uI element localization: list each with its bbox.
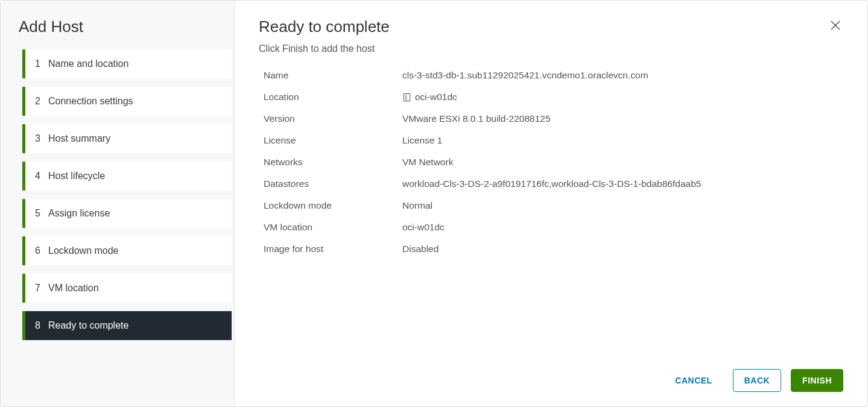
value-location-text: oci-w01dc xyxy=(415,92,457,103)
step-number: 4 xyxy=(35,171,48,181)
label-lockdown: Lockdown mode xyxy=(264,200,396,211)
label-version: Version xyxy=(264,113,396,124)
step-name-and-location[interactable]: 1 Name and location xyxy=(22,49,232,78)
value-lockdown: Normal xyxy=(402,200,843,211)
close-button[interactable] xyxy=(828,17,843,36)
label-image-for-host: Image for host xyxy=(264,244,396,254)
content-title: Ready to complete xyxy=(259,17,390,36)
value-datastores: workload-Cls-3-DS-2-a9f0191716fc,workloa… xyxy=(402,178,843,189)
step-vm-location[interactable]: 7 VM location xyxy=(22,274,232,303)
label-datastores: Datastores xyxy=(264,178,396,189)
step-label: VM location xyxy=(48,283,99,294)
value-name: cls-3-std3-db-1.sub11292025421.vcndemo1.… xyxy=(402,70,843,81)
wizard-sidebar: Add Host 1 Name and location 2 Connectio… xyxy=(1,1,235,406)
label-license: License xyxy=(264,135,396,146)
step-number: 2 xyxy=(35,96,48,107)
label-name: Name xyxy=(264,70,396,81)
label-networks: Networks xyxy=(264,157,396,168)
footer-actions: CANCEL BACK FINISH xyxy=(259,357,843,392)
step-host-summary[interactable]: 3 Host summary xyxy=(22,124,232,153)
value-networks: VM Network xyxy=(402,157,843,168)
step-label: Name and location xyxy=(48,58,128,69)
datacenter-icon xyxy=(402,93,411,102)
value-location: oci-w01dc xyxy=(402,92,843,103)
add-host-wizard: Add Host 1 Name and location 2 Connectio… xyxy=(0,0,868,407)
step-number: 3 xyxy=(35,133,48,144)
value-vm-location: oci-w01dc xyxy=(402,222,843,233)
step-number: 5 xyxy=(35,208,48,219)
step-label: Host summary xyxy=(48,133,110,144)
summary-grid: Name cls-3-std3-db-1.sub11292025421.vcnd… xyxy=(259,70,843,254)
wizard-content: Ready to complete Click Finish to add th… xyxy=(235,1,867,406)
step-number: 1 xyxy=(35,58,48,69)
step-number: 8 xyxy=(35,320,48,331)
wizard-title: Add Host xyxy=(1,17,234,49)
step-label: Assign license xyxy=(48,208,110,219)
label-vm-location: VM location xyxy=(264,222,396,233)
step-host-lifecycle[interactable]: 4 Host lifecycle xyxy=(22,162,232,191)
wizard-step-list: 1 Name and location 2 Connection setting… xyxy=(1,49,234,349)
step-assign-license[interactable]: 5 Assign license xyxy=(22,199,232,228)
step-ready-to-complete[interactable]: 8 Ready to complete xyxy=(22,311,232,340)
step-number: 6 xyxy=(35,245,48,256)
step-label: Ready to complete xyxy=(48,320,128,331)
value-version: VMware ESXi 8.0.1 build-22088125 xyxy=(402,113,843,124)
value-image-for-host: Disabled xyxy=(402,244,843,254)
content-header: Ready to complete Click Finish to add th… xyxy=(259,17,843,70)
step-number: 7 xyxy=(35,283,48,294)
content-heading-group: Ready to complete Click Finish to add th… xyxy=(259,17,390,70)
finish-button[interactable]: FINISH xyxy=(791,369,843,392)
step-label: Lockdown mode xyxy=(48,245,119,256)
back-button[interactable]: BACK xyxy=(733,369,781,392)
step-label: Connection settings xyxy=(48,96,133,107)
cancel-button[interactable]: CANCEL xyxy=(664,370,723,391)
label-location: Location xyxy=(264,92,396,103)
step-connection-settings[interactable]: 2 Connection settings xyxy=(22,87,232,116)
content-subtitle: Click Finish to add the host xyxy=(259,43,390,54)
close-icon xyxy=(830,19,841,34)
step-label: Host lifecycle xyxy=(48,171,105,181)
step-lockdown-mode[interactable]: 6 Lockdown mode xyxy=(22,236,232,265)
value-license: License 1 xyxy=(402,135,843,146)
